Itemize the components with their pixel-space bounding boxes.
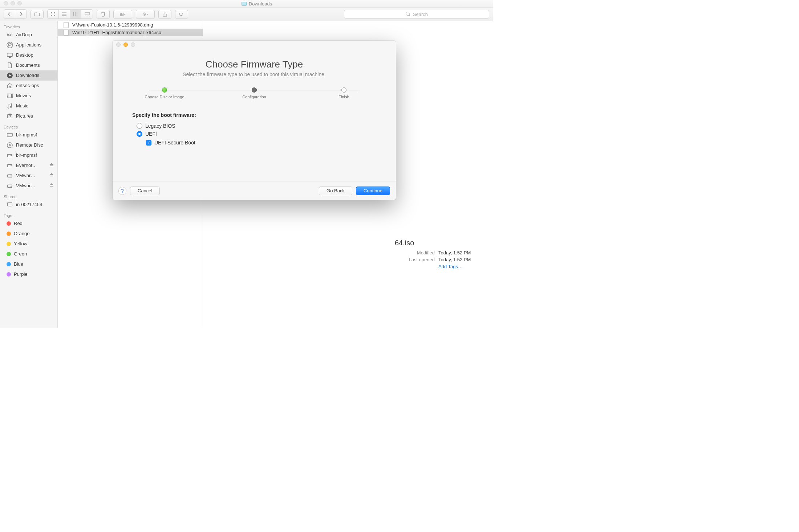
sidebar-item-blr-mpmsf[interactable]: blr-mpmsf <box>0 150 57 160</box>
svg-point-30 <box>11 165 12 166</box>
traffic-lights[interactable] <box>17 1 22 7</box>
forward-button[interactable] <box>15 10 27 19</box>
svg-rect-7 <box>120 15 121 16</box>
dialog-close-button[interactable] <box>116 42 121 47</box>
add-tags-link[interactable]: Add Tags… <box>438 264 493 269</box>
icon-view-button[interactable] <box>48 10 59 19</box>
radio-icon <box>137 131 142 137</box>
eject-icon[interactable] <box>49 172 54 180</box>
radio-legacy-label: Legacy BIOS <box>145 123 175 129</box>
sidebar-item-applications[interactable]: Applications <box>0 40 57 50</box>
sidebar-item-documents[interactable]: Documents <box>0 60 57 70</box>
svg-rect-38 <box>8 203 12 206</box>
sidebar-item-yellow[interactable]: Yellow <box>0 239 57 249</box>
back-button[interactable] <box>4 10 15 19</box>
sidebar-item-evernot-[interactable]: Evernot… <box>0 160 57 171</box>
sidebar-item-blue[interactable]: Blue <box>0 259 57 269</box>
search-icon <box>405 11 411 17</box>
sidebar-item-desktop[interactable]: Desktop <box>0 50 57 60</box>
checkbox-secure-boot[interactable]: ✓ UEFI Secure Boot <box>146 140 376 146</box>
sidebar-item-pictures[interactable]: Pictures <box>0 111 57 121</box>
dialog-titlebar <box>113 41 396 49</box>
search-field[interactable]: Search <box>344 10 489 19</box>
gallery-view-button[interactable] <box>81 10 93 19</box>
step-configuration: Configuration <box>234 87 274 99</box>
file-row[interactable]: VMware-Fusion-10.1.6-12989998.dmg <box>58 21 203 29</box>
svg-point-36 <box>11 186 12 187</box>
column-view-button[interactable] <box>70 10 81 19</box>
preview-modified-value: Today, 1:52 PM <box>438 250 493 255</box>
docs-icon <box>7 62 13 69</box>
sidebar-item-red[interactable]: Red <box>0 218 57 229</box>
traffic-lights[interactable] <box>4 1 8 7</box>
group-button[interactable] <box>113 10 132 19</box>
svg-rect-34 <box>50 176 53 176</box>
radio-uefi-label: UEFI <box>145 131 157 137</box>
preview-lastopened-label: Last opened <box>395 257 435 262</box>
firmware-section-title: Specify the boot firmware: <box>132 112 376 118</box>
sidebar-item-vmwar-[interactable]: VMwar… <box>0 181 57 191</box>
checkbox-icon: ✓ <box>146 140 151 146</box>
svg-rect-1 <box>51 12 52 13</box>
tags-button[interactable] <box>175 10 188 19</box>
svg-rect-2 <box>54 12 55 13</box>
file-icon <box>64 22 69 28</box>
sidebar-item-airdrop[interactable]: AirDrop <box>0 30 57 40</box>
tag-dot-icon <box>7 262 11 266</box>
disc-icon <box>7 142 13 148</box>
list-view-button[interactable] <box>59 10 70 19</box>
finder-sidebar: Favorites AirDropApplicationsDesktopDocu… <box>0 21 58 328</box>
music-icon <box>7 103 13 109</box>
sidebar-item-movies[interactable]: Movies <box>0 91 57 101</box>
continue-button[interactable]: Continue <box>356 187 390 195</box>
share-button[interactable] <box>158 10 171 19</box>
svg-rect-5 <box>85 12 89 15</box>
sidebar-item-in-00217454[interactable]: in-00217454 <box>0 200 57 210</box>
trash-button[interactable] <box>97 10 110 19</box>
sidebar-item-music[interactable]: Music <box>0 101 57 111</box>
tag-dot-icon <box>7 242 11 246</box>
sidebar-item-purple[interactable]: Purple <box>0 269 57 279</box>
svg-point-20 <box>10 106 12 108</box>
airdrop-icon <box>7 32 13 38</box>
dialog-maximize-button[interactable] <box>131 42 135 47</box>
svg-point-15 <box>7 42 13 48</box>
drive-icon <box>7 183 13 189</box>
svg-point-19 <box>8 107 9 109</box>
sidebar-item-vmwar-[interactable]: VMwar… <box>0 171 57 181</box>
svg-rect-37 <box>50 186 53 187</box>
file-name: VMware-Fusion-10.1.6-12989998.dmg <box>72 22 153 28</box>
traffic-lights[interactable] <box>11 1 15 7</box>
tag-dot-icon <box>7 221 11 226</box>
sidebar-item-downloads[interactable]: Downloads <box>0 70 57 81</box>
search-placeholder: Search <box>413 12 428 17</box>
sidebar-item-blr-mpmsf[interactable]: blr-mpmsf <box>0 130 57 140</box>
screen-icon <box>7 201 13 208</box>
svg-rect-3 <box>51 15 52 16</box>
folder-up-button[interactable] <box>31 10 44 19</box>
cancel-button[interactable]: Cancel <box>130 187 160 195</box>
preview-modified-label: Modified <box>395 250 435 255</box>
drive-icon <box>7 162 13 169</box>
eject-icon[interactable] <box>49 182 54 190</box>
radio-legacy-bios[interactable]: Legacy BIOS <box>137 123 376 129</box>
go-back-button[interactable]: Go Back <box>319 187 352 195</box>
step-finish: Finish <box>324 87 364 99</box>
action-button[interactable] <box>136 10 155 19</box>
step-choose-disc: Choose Disc or Image <box>145 87 184 99</box>
sidebar-item-entsec-ops[interactable]: entsec-ops <box>0 81 57 91</box>
svg-point-26 <box>9 144 11 146</box>
dialog-minimize-button[interactable] <box>123 42 128 47</box>
file-row[interactable]: Win10_21H1_EnglishInternational_x64.iso <box>58 29 203 36</box>
tag-dot-icon <box>7 272 11 277</box>
eject-icon[interactable] <box>49 161 54 169</box>
pictures-icon <box>7 113 13 119</box>
movies-icon <box>7 93 13 99</box>
sidebar-item-remote-disc[interactable]: Remote Disc <box>0 140 57 150</box>
radio-uefi[interactable]: UEFI <box>137 131 376 137</box>
sidebar-item-orange[interactable]: Orange <box>0 229 57 239</box>
window-title-text: Downloads <box>249 1 272 7</box>
sidebar-item-green[interactable]: Green <box>0 249 57 259</box>
preview-lastopened-value: Today, 1:52 PM <box>438 257 493 262</box>
help-button[interactable]: ? <box>118 187 126 195</box>
